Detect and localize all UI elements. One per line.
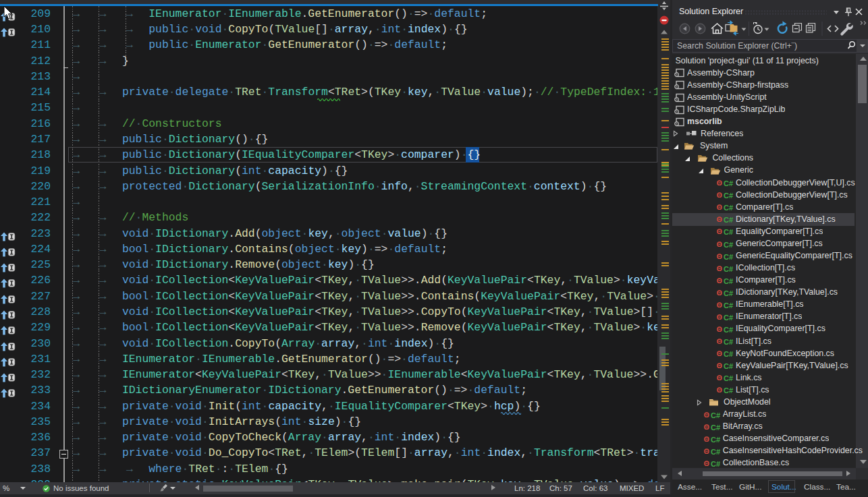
svg-text:C#: C# <box>711 447 720 455</box>
svg-text:C#: C# <box>711 423 720 431</box>
svg-text:C#: C# <box>724 252 733 260</box>
svg-text:C#: C# <box>724 313 733 321</box>
svg-text:C#: C# <box>724 386 733 394</box>
svg-text:C#: C# <box>724 204 733 212</box>
svg-text:C#: C# <box>724 276 733 285</box>
svg-text:C#: C# <box>724 326 733 334</box>
svg-text:C#: C# <box>724 228 733 236</box>
svg-text:C#: C# <box>724 192 733 200</box>
svg-text:C#: C# <box>724 216 733 224</box>
svg-text:C#: C# <box>711 459 720 467</box>
svg-text:C#: C# <box>724 240 733 248</box>
svg-text:C#: C# <box>711 411 720 419</box>
svg-text:C#: C# <box>724 350 733 358</box>
svg-text:C#: C# <box>711 435 720 443</box>
svg-text:C#: C# <box>724 289 733 297</box>
svg-text:C#: C# <box>724 362 733 370</box>
svg-text:C#: C# <box>724 179 733 187</box>
svg-text:C#: C# <box>724 264 733 272</box>
svg-text:C#: C# <box>724 338 733 346</box>
svg-text:C#: C# <box>724 374 733 382</box>
svg-text:C#: C# <box>724 301 733 309</box>
